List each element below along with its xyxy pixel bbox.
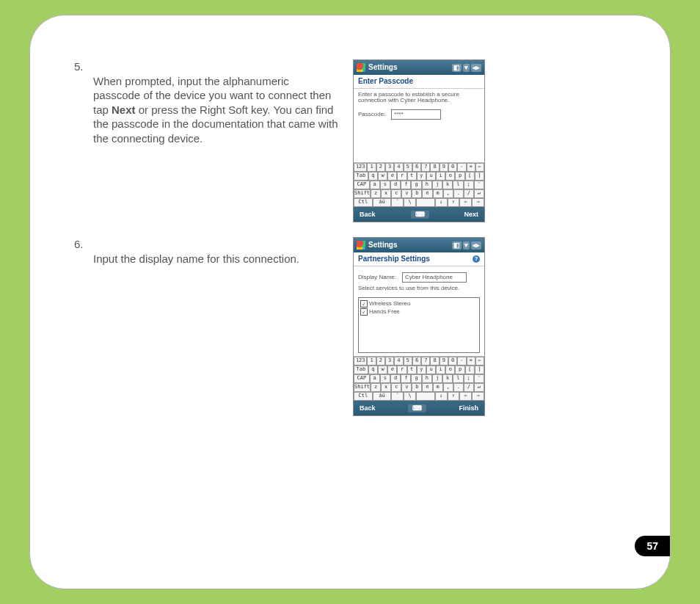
key[interactable]	[416, 392, 435, 401]
key[interactable]: j	[432, 374, 442, 383]
help-icon[interactable]: ?	[473, 255, 480, 263]
key[interactable]: ↓	[435, 392, 448, 401]
key[interactable]: Shift	[354, 383, 371, 392]
key[interactable]: 8	[430, 163, 439, 172]
key[interactable]: t	[407, 365, 417, 374]
key[interactable]: `	[391, 198, 404, 207]
key[interactable]: '	[474, 181, 484, 189]
on-screen-keyboard[interactable]: 1231234567890-=←Tabqwertyuiop[]CAPasdfgh…	[354, 356, 484, 401]
key[interactable]: [	[465, 365, 475, 374]
key[interactable]: 8	[430, 357, 439, 365]
key[interactable]: Tab	[354, 365, 368, 374]
passcode-input[interactable]: ****	[391, 109, 441, 120]
key[interactable]: →	[472, 198, 484, 207]
key[interactable]: 4	[394, 163, 403, 172]
key[interactable]: 9	[440, 357, 448, 365]
key[interactable]: m	[433, 383, 443, 392]
key[interactable]: 5	[404, 163, 412, 172]
key[interactable]: \	[404, 392, 416, 401]
key[interactable]: ,	[443, 189, 453, 198]
key[interactable]: v	[401, 383, 412, 392]
key[interactable]: 1	[367, 357, 376, 365]
service-item[interactable]: ✓Hands Free	[360, 308, 478, 316]
key[interactable]: a	[370, 181, 380, 189]
key[interactable]: ←	[475, 357, 484, 365]
displayname-input[interactable]: Cyber Headphone	[402, 272, 467, 283]
key[interactable]: CAP	[354, 181, 370, 189]
key[interactable]: 2	[376, 163, 385, 172]
key[interactable]: c	[391, 383, 401, 392]
key[interactable]: 3	[385, 357, 394, 365]
softkey-mid-icon[interactable]: ⌨	[411, 211, 429, 219]
service-item[interactable]: ✓Wireless Stereo	[360, 300, 478, 308]
key[interactable]: p	[455, 365, 464, 374]
key[interactable]: n	[422, 383, 432, 392]
key[interactable]: 5	[404, 357, 412, 365]
key[interactable]: u	[426, 172, 436, 181]
key[interactable]: -	[457, 357, 466, 365]
key[interactable]: ↵	[474, 189, 484, 198]
key[interactable]: [	[465, 172, 475, 181]
key[interactable]: k	[442, 374, 453, 383]
key[interactable]: CAP	[354, 374, 370, 383]
key[interactable]: 123	[354, 357, 367, 365]
key[interactable]: p	[455, 172, 464, 181]
key[interactable]: .	[453, 189, 464, 198]
key[interactable]: g	[411, 181, 421, 189]
key[interactable]: \	[404, 198, 416, 207]
key[interactable]: o	[445, 172, 455, 181]
key[interactable]: r	[397, 172, 406, 181]
key[interactable]: x	[381, 383, 391, 392]
key[interactable]: s	[380, 374, 390, 383]
key[interactable]: w	[378, 172, 387, 181]
key[interactable]: h	[422, 374, 432, 383]
key[interactable]: `	[391, 392, 404, 401]
key[interactable]: g	[411, 374, 421, 383]
key[interactable]: e	[387, 365, 397, 374]
key[interactable]: Shift	[354, 189, 371, 198]
key[interactable]: 7	[421, 357, 430, 365]
key[interactable]: c	[391, 189, 401, 198]
key[interactable]: z	[371, 189, 381, 198]
key[interactable]: ←	[459, 392, 472, 401]
key[interactable]: 0	[448, 163, 457, 172]
key[interactable]: ]	[475, 172, 484, 181]
key[interactable]: ]	[475, 365, 484, 374]
checkbox-icon[interactable]: ✓	[360, 300, 368, 308]
key[interactable]: i	[436, 172, 445, 181]
key[interactable]: Ctl	[354, 198, 373, 207]
key[interactable]: w	[378, 365, 387, 374]
key[interactable]: f	[401, 374, 411, 383]
key[interactable]: ,	[443, 383, 453, 392]
key[interactable]: ;	[464, 374, 474, 383]
key[interactable]: n	[422, 189, 432, 198]
key[interactable]: j	[432, 181, 442, 189]
key[interactable]: 2	[376, 357, 385, 365]
key[interactable]: =	[467, 163, 475, 172]
key[interactable]: d	[390, 374, 401, 383]
key[interactable]: '	[474, 374, 484, 383]
key[interactable]: .	[453, 383, 464, 392]
key[interactable]: q	[368, 172, 378, 181]
key[interactable]: 6	[412, 163, 421, 172]
key[interactable]	[416, 198, 435, 207]
key[interactable]: ↓	[435, 198, 448, 207]
key[interactable]: d	[390, 181, 401, 189]
key[interactable]: o	[445, 365, 455, 374]
key[interactable]: áü	[373, 198, 392, 207]
key[interactable]: 123	[354, 163, 367, 172]
key[interactable]: i	[436, 365, 445, 374]
key[interactable]: -	[457, 163, 466, 172]
key[interactable]: l	[453, 181, 463, 189]
key[interactable]: ↑	[448, 392, 460, 401]
key[interactable]: 1	[367, 163, 376, 172]
key[interactable]: ↑	[448, 198, 460, 207]
key[interactable]: t	[407, 172, 417, 181]
key[interactable]: q	[368, 365, 378, 374]
key[interactable]: 7	[421, 163, 430, 172]
key[interactable]: Ctl	[354, 392, 373, 401]
softkey-back[interactable]: Back	[360, 211, 376, 218]
softkey-finish[interactable]: Finish	[459, 405, 478, 412]
key[interactable]: 0	[448, 357, 457, 365]
key[interactable]: y	[417, 365, 426, 374]
